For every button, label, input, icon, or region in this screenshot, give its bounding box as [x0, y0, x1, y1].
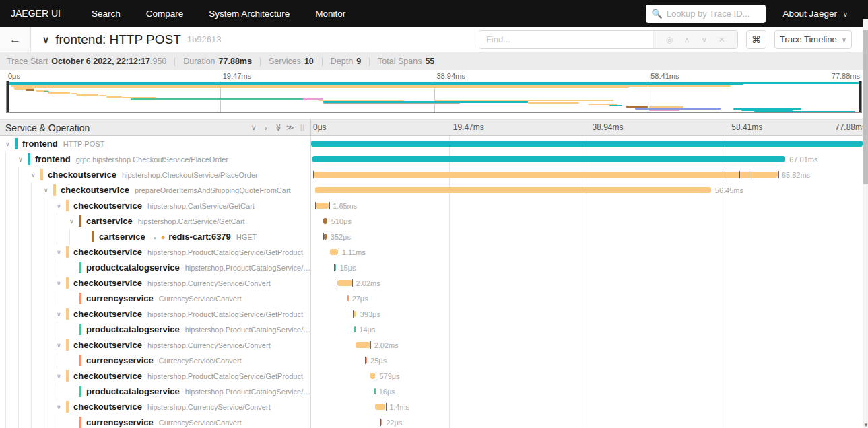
span-bar-cell[interactable]: 1.4ms [311, 399, 863, 415]
chevron-down-icon[interactable]: ∨ [18, 156, 28, 163]
span-bar-cell[interactable] [311, 136, 863, 151]
span-name-cell[interactable]: cartservice→●redis-cart:6379HGET [0, 229, 311, 244]
span-name-cell[interactable]: productcatalogservicehipstershop.Product… [0, 260, 311, 275]
chevron-down-icon[interactable]: ∨ [57, 249, 66, 256]
prev-match-icon[interactable]: ∧ [678, 35, 696, 44]
minimap-right-handle[interactable] [859, 81, 861, 112]
span-bar[interactable] [323, 218, 327, 224]
collapse-trace-chevron-icon[interactable]: ∨ [42, 34, 49, 45]
span-bar-cell[interactable]: 393μs [311, 306, 863, 322]
span-bar-cell[interactable]: 14μs [311, 322, 863, 337]
span-bar-cell[interactable]: 16μs [311, 384, 863, 399]
span-row[interactable]: ∨checkoutservicehipstershop.CurrencyServ… [0, 399, 863, 415]
span-name-cell[interactable]: ∨checkoutservicehipstershop.ProductCatal… [0, 368, 311, 384]
app-brand[interactable]: JAEGER UI [11, 8, 61, 19]
span-bar[interactable] [347, 295, 349, 301]
column-resize-grip[interactable]: || [300, 124, 305, 131]
chevron-down-icon[interactable]: ∨ [31, 172, 40, 178]
span-bar-cell[interactable]: 15μs [311, 260, 863, 275]
span-bar[interactable] [324, 234, 327, 240]
keyboard-shortcuts-button[interactable]: ⌘ [746, 30, 766, 49]
span-row[interactable]: ∨checkoutservicehipstershop.CheckoutServ… [0, 167, 863, 182]
span-bar-cell[interactable]: 2.02ms [311, 337, 863, 353]
nav-item-compare[interactable]: Compare [146, 9, 184, 19]
span-bar[interactable] [381, 419, 382, 425]
span-bar[interactable] [354, 311, 356, 317]
span-bar[interactable] [374, 388, 376, 394]
span-bar[interactable] [354, 326, 356, 332]
chevron-down-icon[interactable]: ∨ [57, 203, 66, 209]
span-bar-cell[interactable]: 1.65ms [311, 198, 863, 213]
span-bar[interactable] [330, 249, 338, 255]
span-name-cell[interactable]: ∨checkoutservicehipstershop.ProductCatal… [0, 244, 311, 260]
span-row[interactable]: productcatalogservicehipstershop.Product… [0, 384, 863, 399]
trace-lookup-box[interactable]: 🔍 [646, 5, 766, 23]
collapse-one-icon[interactable]: ∨ [248, 123, 260, 132]
span-name-cell[interactable]: ∨checkoutservicehipstershop.ProductCatal… [0, 306, 311, 322]
minimap-canvas[interactable] [6, 81, 862, 113]
span-row[interactable]: ∨checkoutservicehipstershop.CartService/… [0, 198, 863, 213]
span-name-cell[interactable]: productcatalogservicehipstershop.Product… [0, 384, 311, 399]
span-name-cell[interactable]: ∨checkoutserviceprepareOrderItemsAndShip… [0, 182, 311, 198]
span-name-cell[interactable]: currencyserviceCurrencyService/Convert [0, 353, 311, 368]
span-row[interactable]: ∨frontendgrpc.hipstershop.CheckoutServic… [0, 151, 863, 167]
span-bar-cell[interactable]: 510μs [311, 213, 863, 229]
span-bar[interactable] [312, 156, 786, 162]
clear-find-icon[interactable]: ✕ [713, 35, 731, 44]
span-name-cell[interactable]: ∨checkoutservicehipstershop.CheckoutServ… [0, 167, 311, 182]
span-bar-cell[interactable]: 2.02ms [311, 275, 863, 291]
span-row[interactable]: ∨checkoutserviceprepareOrderItemsAndShip… [0, 182, 863, 198]
about-jaeger-menu[interactable]: About Jaeger ∨ [783, 9, 848, 19]
span-name-cell[interactable]: ∨frontendgrpc.hipstershop.CheckoutServic… [0, 151, 311, 167]
expand-one-icon[interactable]: › [260, 124, 272, 132]
span-row[interactable]: ∨checkoutservicehipstershop.ProductCatal… [0, 368, 863, 384]
span-bar-cell[interactable]: 65.82ms [311, 167, 863, 182]
span-name-cell[interactable]: productcatalogservicehipstershop.Product… [0, 322, 311, 337]
span-name-cell[interactable]: ∨cartservicehipstershop.CartService/GetC… [0, 213, 311, 229]
span-name-cell[interactable]: ∨checkoutservicehipstershop.CurrencyServ… [0, 399, 311, 415]
span-bar-cell[interactable]: 27μs [311, 291, 863, 306]
span-bar[interactable] [375, 404, 385, 410]
span-bar[interactable] [315, 187, 711, 193]
chevron-down-icon[interactable]: ∨ [57, 311, 66, 318]
span-row[interactable]: currencyserviceCurrencyService/Convert27… [0, 291, 863, 306]
span-row[interactable]: ∨checkoutservicehipstershop.ProductCatal… [0, 306, 863, 322]
trace-view-select[interactable]: Trace Timeline ∨ [774, 30, 852, 49]
span-name-cell[interactable]: ∨checkoutservicehipstershop.CartService/… [0, 198, 311, 213]
chevron-down-icon[interactable]: ∨ [57, 404, 66, 411]
focus-match-icon[interactable]: ◎ [661, 35, 678, 44]
span-bar-cell[interactable]: 25μs [311, 353, 863, 368]
trace-lookup-input[interactable] [667, 9, 760, 19]
span-row[interactable]: ∨frontendHTTP POST [0, 136, 863, 151]
nav-item-monitor[interactable]: Monitor [315, 9, 345, 19]
span-row[interactable]: currencyserviceCurrencyService/Convert25… [0, 353, 863, 368]
span-row[interactable]: productcatalogservicehipstershop.Product… [0, 260, 863, 275]
span-name-cell[interactable]: ∨frontendHTTP POST [0, 136, 311, 151]
expand-all-icon[interactable]: ≫ [284, 123, 296, 132]
span-bar[interactable] [335, 264, 336, 271]
span-name-cell[interactable]: currencyserviceCurrencyService/Convert [0, 415, 311, 428]
span-row[interactable]: ∨cartservicehipstershop.CartService/GetC… [0, 213, 863, 229]
span-name-cell[interactable]: ∨checkoutservicehipstershop.CurrencyServ… [0, 337, 311, 353]
span-bar[interactable] [337, 280, 352, 286]
chevron-down-icon[interactable]: ∨ [57, 342, 66, 349]
span-bar-cell[interactable]: 56.45ms [311, 182, 863, 198]
scrollbar-down-arrow[interactable]: ▼ [863, 422, 868, 428]
chevron-down-icon[interactable]: ∨ [57, 280, 66, 287]
nav-item-search[interactable]: Search [92, 9, 121, 19]
chevron-down-icon[interactable]: ∨ [44, 187, 53, 194]
span-name-cell[interactable]: currencyserviceCurrencyService/Convert [0, 291, 311, 306]
scrollbar-thumb[interactable] [863, 30, 868, 184]
span-name-cell[interactable]: ∨checkoutservicehipstershop.CurrencyServ… [0, 275, 311, 291]
span-row[interactable]: ∨checkoutservicehipstershop.ProductCatal… [0, 244, 863, 260]
span-bar[interactable] [311, 141, 863, 147]
column-divider[interactable] [310, 136, 311, 428]
span-row[interactable]: productcatalogservicehipstershop.Product… [0, 322, 863, 337]
span-bar-cell[interactable]: 22μs [311, 415, 863, 428]
span-row[interactable]: cartservice→●redis-cart:6379HGET352μs [0, 229, 863, 244]
chevron-down-icon[interactable]: ∨ [57, 373, 66, 380]
span-row[interactable]: ∨checkoutservicehipstershop.CurrencyServ… [0, 275, 863, 291]
span-bar[interactable] [356, 342, 370, 348]
span-row[interactable]: ∨checkoutservicehipstershop.CurrencyServ… [0, 337, 863, 353]
span-row[interactable]: currencyserviceCurrencyService/Convert22… [0, 415, 863, 428]
